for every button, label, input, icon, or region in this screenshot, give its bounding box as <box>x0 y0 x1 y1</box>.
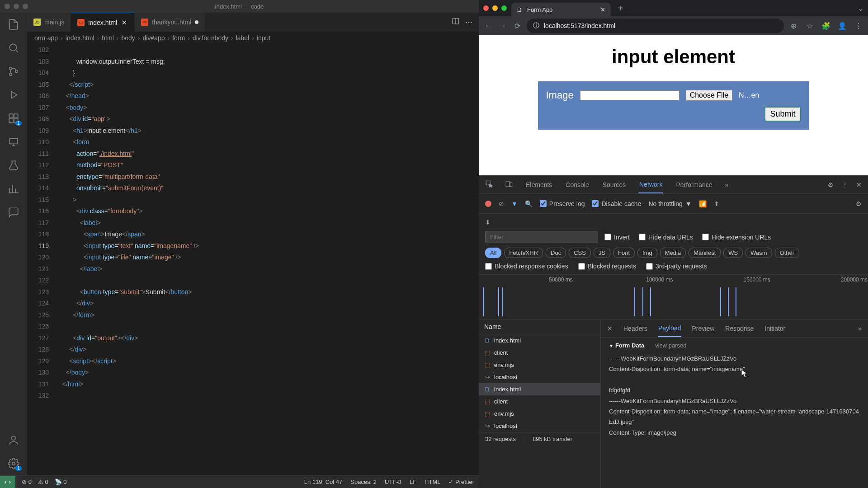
minimize-button[interactable] <box>492 5 498 11</box>
breadcrumb-item[interactable]: form <box>172 34 185 42</box>
editor-tab[interactable]: JSmain.js <box>27 13 71 32</box>
request-item[interactable]: 🗋index.html <box>479 334 600 347</box>
export-icon[interactable]: ⬇ <box>485 219 491 226</box>
filter-pill-css[interactable]: CSS <box>569 248 591 258</box>
remote-icon[interactable] <box>7 136 20 148</box>
devtools-tab-performance[interactable]: Performance <box>675 176 713 193</box>
settings-icon[interactable]: 1 <box>7 457 20 470</box>
request-item[interactable]: ⬚env.mjs <box>479 359 600 371</box>
close-detail-icon[interactable]: ✕ <box>607 325 613 332</box>
filter-input[interactable] <box>485 231 598 243</box>
cursor-position[interactable]: Ln 119, Col 47 <box>304 479 343 485</box>
waterfall-timeline[interactable]: 50000 ms100000 ms150000 ms200000 ms <box>479 274 868 319</box>
breadcrumb-item[interactable]: body <box>121 34 135 42</box>
prettier-status[interactable]: ✓ Prettier <box>448 479 474 485</box>
filter-pill-manifest[interactable]: Manifest <box>689 248 721 258</box>
request-item[interactable]: ⬚env.mjs <box>479 408 600 420</box>
encoding-status[interactable]: UTF-8 <box>385 479 401 485</box>
bookmark-icon[interactable]: ☆ <box>805 21 815 31</box>
filter-pill-doc[interactable]: Doc <box>546 248 566 258</box>
subtab-payload[interactable]: Payload <box>658 319 681 337</box>
device-toggle-icon[interactable] <box>505 180 513 189</box>
reload-button[interactable]: ⟳ <box>512 21 522 31</box>
editor-tab[interactable]: <>index.html✕ <box>71 13 135 32</box>
chat-icon[interactable] <box>7 206 20 219</box>
forward-button[interactable]: → <box>498 21 508 31</box>
block-check[interactable]: Blocked response cookies <box>485 263 568 270</box>
form-data-title[interactable]: Form Data <box>609 342 644 349</box>
devtools-tab-elements[interactable]: Elements <box>525 176 553 193</box>
inspect-icon[interactable] <box>485 180 493 189</box>
filter-pill-ws[interactable]: WS <box>723 248 743 258</box>
breadcrumb-item[interactable]: div#app <box>142 34 165 42</box>
profile-icon[interactable]: 👤 <box>837 21 847 31</box>
breadcrumb-item[interactable]: orm-app <box>34 34 58 42</box>
filter-pill-all[interactable]: All <box>485 248 501 258</box>
filter-pill-font[interactable]: Font <box>613 248 635 258</box>
source-control-icon[interactable] <box>7 65 20 78</box>
filter-check[interactable]: Hide data URLs <box>639 234 693 241</box>
view-parsed-link[interactable]: view parsed <box>655 342 686 349</box>
more-tabs-icon[interactable]: » <box>725 181 729 188</box>
subtab-initiator[interactable]: Initiator <box>764 319 785 337</box>
account-icon[interactable] <box>7 434 20 446</box>
split-editor-icon[interactable] <box>452 17 460 27</box>
ports-count[interactable]: 📡 0 <box>55 479 67 485</box>
network-settings-icon[interactable]: ⚙ <box>856 200 862 207</box>
language-status[interactable]: HTML <box>425 479 440 485</box>
code-content[interactable]: window.output.innerText = msg; } </scrip… <box>59 44 479 475</box>
disable-cache-check[interactable]: Disable cache <box>592 200 641 207</box>
site-info-icon[interactable]: ⓘ <box>533 22 539 30</box>
request-item[interactable]: ↪localhost <box>479 420 600 432</box>
import-icon[interactable]: ⬆ <box>714 200 719 207</box>
clear-button[interactable]: ⊘ <box>499 200 504 207</box>
filter-pill-other[interactable]: Other <box>775 248 800 258</box>
new-tab-button[interactable]: + <box>615 3 626 14</box>
editor-tab[interactable]: <>thankyou.html <box>135 13 205 32</box>
browser-tab[interactable]: 🗋 Form App ✕ <box>511 3 611 16</box>
indent-status[interactable]: Spaces: 2 <box>350 479 377 485</box>
devtools-tab-sources[interactable]: Sources <box>602 176 627 193</box>
preserve-log-check[interactable]: Preserve log <box>540 200 585 207</box>
throttling-select[interactable]: No throttling ▼ <box>648 200 691 207</box>
submit-button[interactable]: Submit <box>764 107 801 122</box>
close-button[interactable] <box>483 5 489 11</box>
request-item[interactable]: ⬚client <box>479 347 600 359</box>
search-icon[interactable] <box>7 42 20 54</box>
request-item[interactable]: ⬚client <box>479 395 600 408</box>
devtools-tab-network[interactable]: Network <box>638 176 663 193</box>
breadcrumb[interactable]: orm-app›index.html›html›body›div#app›for… <box>27 32 479 44</box>
warnings-count[interactable]: ⚠ 0 <box>38 479 48 485</box>
tab-overflow-icon[interactable]: ⌄ <box>858 4 863 13</box>
menu-icon[interactable]: ⋮ <box>854 21 863 31</box>
request-item[interactable]: ↪localhost <box>479 371 600 383</box>
block-check[interactable]: Blocked requests <box>578 263 636 270</box>
code-editor[interactable]: 1021031041051061071081091101111121131141… <box>27 44 479 475</box>
minimize-dot[interactable] <box>14 4 19 9</box>
remote-indicator[interactable] <box>0 476 15 488</box>
request-item[interactable]: 🗋index.html <box>479 383 600 395</box>
eol-status[interactable]: LF <box>410 479 416 485</box>
network-conditions-icon[interactable]: 📶 <box>699 200 707 207</box>
back-button[interactable]: ← <box>483 21 493 31</box>
filter-pill-img[interactable]: Img <box>637 248 657 258</box>
filter-pill-js[interactable]: JS <box>594 248 610 258</box>
filter-check[interactable]: Hide extension URLs <box>702 234 771 241</box>
close-tab-icon[interactable]: ✕ <box>600 6 605 13</box>
maximize-button[interactable] <box>501 5 507 11</box>
devtools-settings-icon[interactable]: ⚙ <box>828 181 834 188</box>
debug-icon[interactable] <box>7 89 20 101</box>
breadcrumb-item[interactable]: html <box>102 34 113 42</box>
address-bar[interactable]: ⓘ localhost:5173/index.html <box>527 19 784 33</box>
close-dot[interactable] <box>5 4 10 9</box>
testing-icon[interactable] <box>7 159 20 172</box>
block-check[interactable]: 3rd-party requests <box>646 263 707 270</box>
subtab-response[interactable]: Response <box>725 319 754 337</box>
breadcrumb-item[interactable]: label <box>236 34 250 42</box>
more-subtabs-icon[interactable]: » <box>858 325 862 332</box>
maximize-dot[interactable] <box>23 4 28 9</box>
breadcrumb-item[interactable]: index.html <box>66 34 94 42</box>
record-button[interactable] <box>485 201 491 207</box>
subtab-headers[interactable]: Headers <box>623 319 647 337</box>
imagename-input[interactable] <box>580 90 679 100</box>
